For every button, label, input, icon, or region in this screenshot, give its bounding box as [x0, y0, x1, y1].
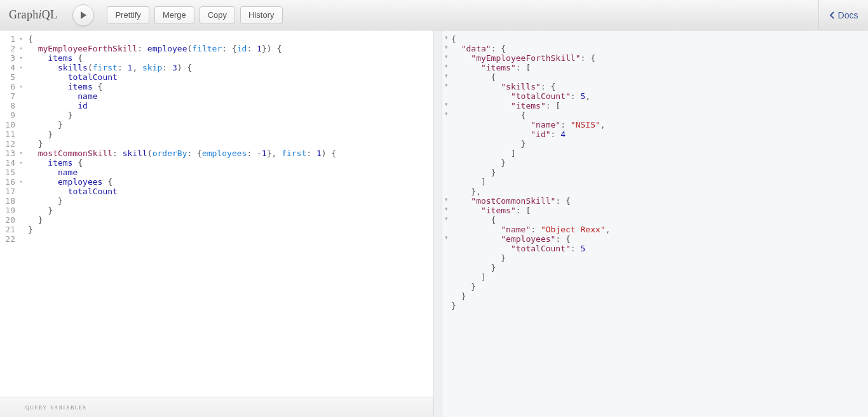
panes: 1▾2▾3▾4▾56▾78910111213▾14▾1516▾171819202… — [0, 30, 868, 417]
line-number: 1▾ — [0, 34, 24, 44]
line-number: 16▾ — [0, 177, 24, 187]
result-line: ] — [451, 149, 868, 158]
line-number: 17 — [0, 187, 24, 196]
result-line: } — [451, 263, 868, 272]
result-line: "items": [ — [451, 206, 868, 215]
result-line: } — [451, 168, 868, 177]
query-pane: 1▾2▾3▾4▾56▾78910111213▾14▾1516▾171819202… — [0, 30, 434, 417]
line-number: 6▾ — [0, 82, 24, 91]
code-line[interactable]: totalCount — [28, 72, 433, 82]
result-line: "totalCount": 5 — [451, 244, 868, 253]
result-line: { — [451, 34, 868, 44]
chevron-left-icon — [829, 11, 836, 20]
pane-divider[interactable] — [434, 30, 442, 417]
result-line: "totalCount": 5, — [451, 91, 868, 101]
line-number: 11 — [0, 129, 24, 139]
code-line[interactable]: } — [28, 129, 433, 139]
line-number: 21 — [0, 225, 24, 234]
fold-arrow-icon[interactable]: ▾ — [20, 82, 23, 91]
result-line: "name": "NSIS", — [451, 120, 868, 129]
result-line: } — [451, 282, 868, 291]
result-line: "myEmployeeForthSkill": { — [451, 53, 868, 63]
line-number: 9 — [0, 110, 24, 120]
line-number: 10 — [0, 120, 24, 129]
result-line: "employees": { — [451, 234, 868, 244]
line-number: 3▾ — [0, 53, 24, 63]
code-line[interactable]: } — [28, 206, 433, 215]
result-line: } — [451, 158, 868, 168]
result-line: "id": 4 — [451, 129, 868, 139]
toolbar: GraphiQL Prettify Merge Copy History Doc… — [0, 0, 868, 30]
code-line[interactable]: mostCommonSkill: skill(orderBy: {employe… — [28, 149, 433, 158]
result-line: ] — [451, 177, 868, 187]
code-line[interactable]: } — [28, 215, 433, 225]
logo: GraphiQL — [9, 8, 57, 22]
result-line: "name": "Object Rexx", — [451, 225, 868, 234]
code-line[interactable]: items { — [28, 82, 433, 91]
docs-toggle[interactable]: Docs — [818, 0, 868, 30]
execute-button[interactable] — [72, 4, 94, 26]
fold-arrow-icon[interactable]: ▾ — [20, 34, 23, 44]
fold-arrow-icon[interactable]: ▾ — [20, 177, 23, 187]
fold-arrow-icon[interactable]: ▾ — [20, 158, 23, 168]
line-number: 5 — [0, 72, 24, 82]
result-line: "skills": { — [451, 82, 868, 91]
line-number: 12 — [0, 139, 24, 149]
logo-text-prefix: Graph — [9, 8, 38, 21]
fold-arrow-icon[interactable]: ▾ — [20, 149, 23, 158]
result-code[interactable]: { "data": { "myEmployeeForthSkill": { "i… — [442, 30, 868, 417]
code-line[interactable]: skills(first: 1, skip: 3) { — [28, 63, 433, 72]
fold-arrow-icon[interactable]: ▾ — [20, 44, 23, 53]
app-root: GraphiQL Prettify Merge Copy History Doc… — [0, 0, 868, 417]
merge-button[interactable]: Merge — [154, 6, 194, 24]
variables-label: query variables — [25, 402, 86, 412]
result-line: } — [451, 253, 868, 263]
line-number: 18 — [0, 196, 24, 206]
code-line[interactable]: employees { — [28, 177, 433, 187]
result-line: "items": [ — [451, 101, 868, 110]
copy-button[interactable]: Copy — [200, 6, 235, 24]
result-line: { — [451, 110, 868, 120]
result-line: } — [451, 301, 868, 310]
line-number: 22 — [0, 234, 24, 244]
code-line[interactable]: } — [28, 120, 433, 129]
query-editor[interactable]: 1▾2▾3▾4▾56▾78910111213▾14▾1516▾171819202… — [0, 30, 433, 397]
line-number: 4▾ — [0, 63, 24, 72]
result-line: "mostCommonSkill": { — [451, 196, 868, 206]
play-icon — [79, 11, 88, 20]
line-number: 13▾ — [0, 149, 24, 158]
code-line[interactable]: name — [28, 168, 433, 177]
line-number: 7 — [0, 91, 24, 101]
code-line[interactable]: } — [28, 196, 433, 206]
code-line[interactable]: } — [28, 110, 433, 120]
docs-label: Docs — [838, 10, 858, 20]
history-button[interactable]: History — [240, 6, 282, 24]
fold-arrow-icon[interactable]: ▾ — [20, 53, 23, 63]
code-line[interactable]: name — [28, 91, 433, 101]
result-line: } — [451, 291, 868, 301]
code-line[interactable]: totalCount — [28, 187, 433, 196]
query-gutter: 1▾2▾3▾4▾56▾78910111213▾14▾1516▾171819202… — [0, 30, 25, 397]
line-number: 19 — [0, 206, 24, 215]
code-line[interactable]: id — [28, 101, 433, 110]
code-line[interactable]: myEmployeeForthSkill: employee(filter: {… — [28, 44, 433, 53]
prettify-button[interactable]: Prettify — [107, 6, 149, 24]
line-number: 14▾ — [0, 158, 24, 168]
line-number: 20 — [0, 215, 24, 225]
result-pane: ▾▾▾▾▾▾▾▾▾▾▾▾ { "data": { "myEmployeeFort… — [442, 30, 868, 417]
result-line: ] — [451, 272, 868, 282]
line-number: 2▾ — [0, 44, 24, 53]
code-line[interactable]: items { — [28, 53, 433, 63]
query-code[interactable]: { myEmployeeForthSkill: employee(filter:… — [25, 30, 433, 397]
result-line: { — [451, 215, 868, 225]
code-line[interactable]: } — [28, 139, 433, 149]
code-line[interactable]: } — [28, 225, 433, 234]
fold-arrow-icon[interactable]: ▾ — [20, 63, 23, 72]
line-number: 8 — [0, 101, 24, 110]
code-line[interactable]: items { — [28, 158, 433, 168]
result-line: "data": { — [451, 44, 868, 53]
result-line: } — [451, 139, 868, 149]
code-line[interactable]: { — [28, 34, 433, 44]
result-line: "items": [ — [451, 63, 868, 72]
variables-bar[interactable]: query variables — [0, 397, 433, 417]
